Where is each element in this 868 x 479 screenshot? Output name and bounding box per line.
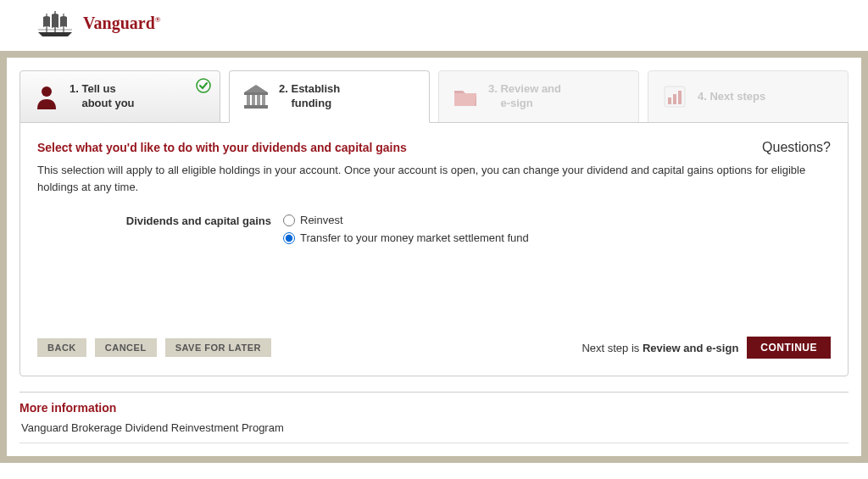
radio-reinvest-input[interactable] [283, 214, 295, 226]
bank-icon [242, 82, 270, 111]
svg-rect-10 [262, 95, 265, 105]
back-button[interactable]: BACK [37, 338, 86, 357]
svg-rect-7 [247, 95, 250, 105]
form-card: Select what you'd like to do with your d… [19, 122, 849, 376]
more-information-title: More information [19, 401, 849, 415]
save-for-later-button[interactable]: SAVE FOR LATER [165, 338, 271, 357]
svg-rect-11 [244, 105, 268, 109]
svg-rect-6 [244, 92, 268, 95]
dividends-label: Dividends and capital gains [37, 214, 283, 227]
step-3-review-esign: 3. Review and e-sign [438, 70, 639, 123]
main-panel: 1. Tell us about you [7, 58, 861, 456]
step-1-tell-us-about-you[interactable]: 1. Tell us about you [19, 70, 220, 123]
continue-button[interactable]: CONTINUE [747, 337, 831, 359]
svg-rect-14 [673, 94, 676, 104]
brand-name: Vanguard® [83, 14, 161, 33]
logo[interactable]: Vanguard® [34, 8, 161, 38]
page-background: 1. Tell us about you [0, 51, 868, 463]
ship-icon [34, 8, 76, 38]
radio-transfer-input[interactable] [283, 232, 295, 244]
more-information-section: More information Vanguard Brokerage Divi… [19, 392, 849, 443]
dividends-field: Dividends and capital gains Reinvest Tra… [37, 214, 831, 244]
form-title: Select what you'd like to do with your d… [37, 141, 407, 154]
cancel-button[interactable]: CANCEL [95, 338, 157, 357]
person-icon [32, 82, 61, 111]
svg-point-4 [42, 86, 52, 97]
svg-rect-9 [257, 95, 260, 105]
button-row: BACK CANCEL SAVE FOR LATER Next step is … [37, 337, 831, 359]
radio-transfer-label: Transfer to your money market settlement… [300, 231, 529, 244]
chart-icon [660, 82, 689, 111]
step-4-next-steps: 4. Next steps [648, 70, 849, 123]
step-2-establish-funding[interactable]: 2. Establish funding [229, 70, 430, 123]
questions-link[interactable]: Questions? [762, 140, 831, 155]
radio-reinvest-label: Reinvest [300, 214, 343, 226]
more-information-link[interactable]: Vanguard Brokerage Dividend Reinvestment… [19, 421, 849, 443]
step-1-label: 1. Tell us about you [70, 82, 135, 111]
svg-rect-8 [252, 95, 255, 105]
step-2-label: 2. Establish funding [279, 82, 340, 111]
svg-rect-13 [668, 97, 671, 104]
step-3-label: 3. Review and e-sign [488, 82, 561, 111]
step-4-label: 4. Next steps [698, 90, 765, 104]
radio-transfer[interactable]: Transfer to your money market settlement… [283, 231, 529, 244]
svg-rect-15 [678, 91, 682, 104]
radio-reinvest[interactable]: Reinvest [283, 214, 529, 226]
form-description: This selection will apply to all eligibl… [37, 162, 831, 195]
page-header: Vanguard® [0, 0, 868, 51]
folder-icon [451, 82, 480, 111]
checkmark-icon [196, 78, 211, 93]
next-step-text: Next step is Review and e-sign [581, 342, 738, 354]
svg-point-5 [197, 79, 210, 92]
progress-steps: 1. Tell us about you [19, 70, 849, 123]
